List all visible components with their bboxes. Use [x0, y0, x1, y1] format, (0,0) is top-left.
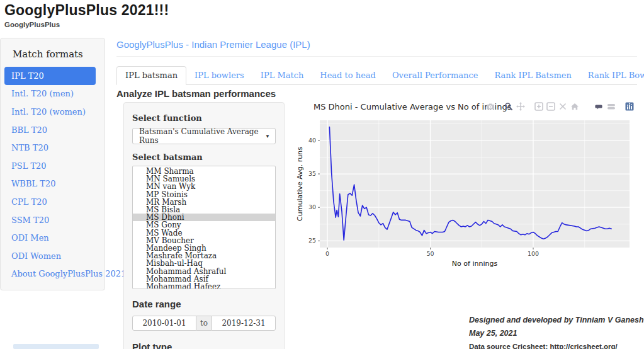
y-tick-label: 40 [308, 137, 316, 144]
x-tick-label: 50 [427, 250, 434, 257]
x-axis-title: No of innings [452, 260, 498, 268]
date-to-input[interactable] [212, 316, 276, 331]
plot-area[interactable] [320, 120, 630, 248]
main-content: GooglyPlusPlus - Indian Premier League (… [116, 35, 644, 349]
sidebar-item-ntb-t20[interactable]: NTB T20 [4, 139, 96, 157]
sidebar: Match formats IPL T20Intl. T20 (men)Intl… [0, 38, 105, 290]
credit-date: May 25, 2021 [469, 327, 644, 340]
sidebar-item-ipl-t20[interactable]: IPL T20 [4, 67, 96, 85]
function-select[interactable]: Batsman's Cumulative Average Runs ▼ [132, 128, 276, 144]
sidebar-item-cpl-t20[interactable]: CPL T20 [4, 193, 96, 211]
zoom-icon[interactable] [504, 102, 513, 111]
section-subtitle: Analyze IPL batsman performances [116, 88, 276, 99]
batsman-option[interactable]: MS Wade [133, 229, 275, 237]
sidebar-item-about-googlyplusplus-2021[interactable]: About GooglyPlusPlus 2021 [4, 265, 96, 283]
batsman-option[interactable]: MS Gony [133, 221, 275, 229]
y-axis-title: Cumulative Avg. runs [296, 147, 304, 221]
browser-status-strip [13, 344, 99, 349]
tab-bar: IPL batsmanIPL bowlersIPL MatchHead to h… [116, 67, 637, 85]
chart-title: MS Dhoni - Cumulative Average vs No of i… [314, 102, 512, 112]
plot-type-label: Plot type [132, 341, 276, 349]
reset-axes-icon[interactable] [570, 102, 579, 111]
batsman-option[interactable]: Misbah-ul-Haq [133, 260, 275, 267]
date-range-label: Date range [132, 299, 276, 309]
pan-icon[interactable] [516, 102, 525, 111]
date-separator: to [196, 316, 212, 331]
plotly-modebar [486, 102, 634, 111]
chart[interactable]: 25303540050100No of inningsCumulative Av… [296, 117, 644, 275]
sidebar-item-ssm-t20[interactable]: SSM T20 [4, 211, 96, 229]
batsman-listbox[interactable]: MM SharmaMN SamuelsMN van WykMP StoinisM… [132, 166, 276, 289]
page-heading: GooglyPlusPlus - Indian Premier League (… [116, 39, 310, 50]
date-from-input[interactable] [132, 316, 196, 331]
chart-region: MS Dhoni - Cumulative Average vs No of i… [296, 100, 644, 349]
show-closest-icon[interactable] [595, 102, 604, 111]
tab-ipl-bowlers[interactable]: IPL bowlers [186, 67, 252, 84]
y-tick-label: 35 [308, 170, 316, 177]
select-function-label: Select function [132, 113, 202, 123]
sidebar-item-wbbl-t20[interactable]: WBBL T20 [4, 175, 96, 193]
navbar-brand[interactable]: GooglyPlusPlus [4, 21, 60, 28]
x-tick-label: 0 [325, 250, 329, 257]
credits: Designed and developed by Tinniam V Gane… [469, 314, 644, 349]
plotly-logo-icon[interactable] [625, 102, 634, 111]
sidebar-item-odi-women[interactable]: ODI Women [4, 247, 96, 265]
chevron-down-icon: ▼ [265, 134, 270, 139]
batsman-option[interactable]: Mohammad Ashraful [133, 268, 275, 275]
y-tick-label: 30 [308, 203, 316, 210]
tab-head-to-head[interactable]: Head to head [312, 67, 384, 84]
sidebar-item-intl-t20-women-[interactable]: Intl. T20 (women) [4, 103, 96, 121]
sidebar-nav: IPL T20Intl. T20 (men)Intl. T20 (women)B… [1, 67, 105, 283]
sidebar-item-odi-men[interactable]: ODI Men [4, 229, 96, 247]
credit-author: Designed and developed by Tinniam V Gane… [469, 314, 644, 327]
tab-rank-ipl-batsmen[interactable]: Rank IPL Batsmen [486, 67, 579, 84]
sidebar-item-bbl-t20[interactable]: BBL T20 [4, 121, 96, 139]
batsman-option[interactable]: Mohammad Hafeez [133, 283, 275, 289]
autoscale-icon[interactable] [558, 102, 567, 111]
x-tick-label: 100 [528, 250, 539, 257]
sidebar-item-intl-t20-men-[interactable]: Intl. T20 (men) [4, 85, 96, 103]
zoom-in-icon[interactable] [534, 102, 543, 111]
tab-overall-performance[interactable]: Overall Performance [384, 67, 486, 84]
sidebar-heading: Match formats [13, 49, 105, 60]
date-range-group: to [132, 316, 276, 331]
zoom-out-icon[interactable] [546, 102, 555, 111]
camera-icon[interactable] [486, 102, 495, 111]
compare-hover-icon[interactable] [607, 102, 616, 111]
tab-ipl-batsman[interactable]: IPL batsman [116, 66, 186, 85]
tab-ipl-match[interactable]: IPL Match [252, 67, 312, 84]
divider [116, 56, 637, 57]
batsman-option[interactable]: MN van Wyk [133, 183, 275, 190]
batsman-option[interactable]: MP Stoinis [133, 191, 275, 198]
y-tick-label: 25 [308, 237, 316, 244]
credit-datasource: Data source Cricsheet: http://cricsheet.… [469, 340, 644, 349]
sidebar-item-psl-t20[interactable]: PSL T20 [4, 157, 96, 175]
select-batsman-label: Select batsman [132, 152, 276, 162]
control-panel: Select function Batsman's Cumulative Ave… [123, 102, 285, 349]
page-title: GooglyPlusPlus 2021!!! [4, 2, 169, 19]
function-select-value: Batsman's Cumulative Average Runs [139, 127, 265, 145]
tab-rank-ipl-bowlers[interactable]: Rank IPL Bowlers [580, 67, 644, 84]
